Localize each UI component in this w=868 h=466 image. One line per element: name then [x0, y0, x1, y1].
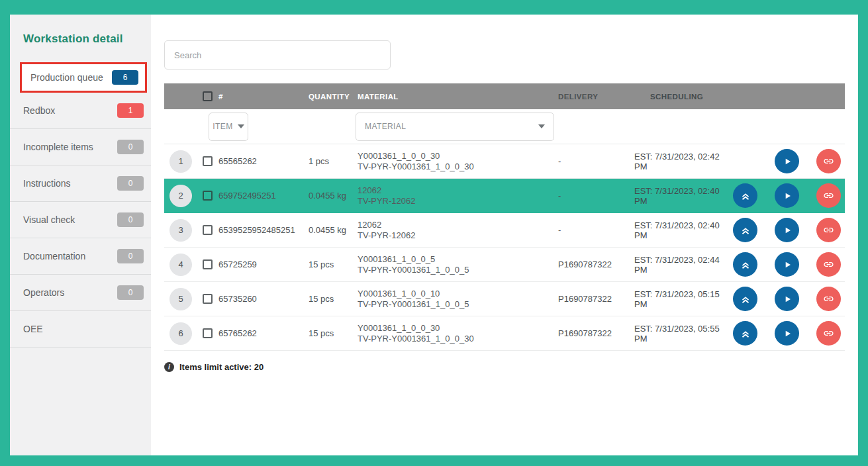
sidebar-item-oee[interactable]: OEE — [10, 311, 151, 348]
double-chevron-up-icon — [740, 224, 751, 236]
info-icon: i — [164, 362, 174, 372]
link-button[interactable] — [816, 218, 841, 242]
material-name: TV-PYR-Y0001361_1_0_0_5 — [358, 299, 555, 310]
row-number: 3 — [169, 219, 192, 242]
scheduling: EST: 7/31/2023, 02:44 PM — [632, 255, 733, 275]
delivery: - — [555, 225, 632, 235]
material-code: 12062 — [358, 220, 555, 230]
link-button[interactable] — [816, 287, 841, 311]
row-number: 4 — [169, 254, 192, 276]
annotation-highlight: Production queue 6 — [20, 62, 147, 93]
material: Y0001361_1_0_0_30 TV-PYR-Y0001361_1_0_0_… — [355, 323, 555, 344]
sidebar-item-label: Production queue — [30, 72, 103, 83]
start-button[interactable] — [775, 149, 799, 173]
link-icon — [823, 293, 834, 304]
count-badge: 0 — [117, 176, 144, 191]
sidebar: Workstation detail Production queue 6 Re… — [10, 15, 151, 455]
double-chevron-up-icon — [740, 293, 751, 305]
material: 12062 TV-PYR-12062 — [355, 185, 555, 207]
sidebar-item-operators[interactable]: Operators 0 — [10, 275, 151, 311]
sidebar-item-documentation[interactable]: Documentation 0 — [10, 238, 151, 275]
play-icon — [782, 191, 793, 201]
sidebar-item-label: Redbox — [23, 105, 55, 116]
material-filter-dropdown[interactable]: MATERIAL — [356, 113, 554, 141]
quantity: 0.0455 kg — [306, 225, 355, 235]
row-checkbox[interactable] — [203, 259, 213, 269]
sidebar-item-instructions[interactable]: Instructions 0 — [10, 165, 151, 202]
link-icon — [823, 259, 834, 270]
link-button[interactable] — [816, 183, 841, 208]
material: Y0001361_1_0_0_10 TV-PYR-Y0001361_1_0_0_… — [355, 289, 555, 310]
page-title: Workstation detail — [23, 32, 151, 46]
row-checkbox[interactable] — [203, 225, 213, 235]
table-row: 1 65565262 1 pcs Y0001361_1_0_0_30 TV-PY… — [164, 144, 845, 179]
count-badge: 0 — [117, 140, 144, 154]
material-name: TV-PYR-Y0001361_1_0_0_5 — [358, 265, 555, 275]
link-button[interactable] — [816, 149, 841, 173]
row-number: 2 — [169, 185, 192, 207]
material: 12062 TV-PYR-12062 — [355, 220, 555, 241]
table-row: 4 65725259 15 pcs Y0001361_1_0_0_5 TV-PY… — [164, 248, 845, 282]
link-icon — [823, 156, 834, 167]
row-checkbox[interactable] — [203, 328, 213, 338]
item-number: 65735260 — [216, 294, 306, 304]
scheduling: EST: 7/31/2023, 05:15 PM — [632, 289, 733, 309]
link-icon — [823, 328, 834, 339]
link-icon — [823, 224, 834, 236]
sidebar-item-visual-check[interactable]: Visual check 0 — [10, 202, 151, 238]
start-button[interactable] — [775, 252, 799, 277]
material-name: TV-PYR-Y0001361_1_0_0_30 — [358, 162, 555, 172]
move-to-top-button[interactable] — [733, 287, 757, 311]
double-chevron-up-icon — [740, 328, 751, 340]
move-to-top-button[interactable] — [733, 252, 757, 277]
link-button[interactable] — [816, 321, 841, 346]
sidebar-item-label: Visual check — [23, 214, 75, 225]
item-number: 659752495251 — [216, 191, 306, 201]
table-header-row: # QUANTITY MATERIAL DELIVERY SCHEDULING — [164, 83, 845, 109]
item-number: 65565262 — [216, 156, 306, 166]
column-header-quantity: QUANTITY — [306, 93, 355, 101]
material-code: Y0001361_1_0_0_10 — [358, 289, 555, 299]
row-checkbox[interactable] — [203, 191, 213, 201]
row-checkbox[interactable] — [203, 156, 213, 166]
sidebar-item-incomplete-items[interactable]: Incomplete items 0 — [10, 129, 151, 165]
move-to-top-button[interactable] — [733, 218, 757, 242]
start-button[interactable] — [775, 183, 799, 208]
column-header-item: # — [216, 93, 306, 101]
material-code: Y0001361_1_0_0_30 — [358, 323, 555, 334]
scheduling: EST: 7/31/2023, 02:42 PM — [632, 152, 733, 171]
item-filter-dropdown[interactable]: ITEM — [209, 113, 248, 141]
delivery: P1690787322 — [555, 294, 632, 304]
delivery: P1690787322 — [555, 328, 632, 338]
delivery: P1690787322 — [555, 259, 632, 269]
start-button[interactable] — [775, 287, 799, 311]
play-icon — [782, 156, 793, 167]
chevron-down-icon — [538, 124, 545, 128]
table-filter-row: ITEM MATERIAL — [164, 109, 845, 144]
move-to-top-button[interactable] — [733, 183, 757, 208]
select-all-checkbox[interactable] — [203, 91, 213, 101]
sidebar-item-label: Documentation — [23, 251, 85, 261]
move-to-top-button[interactable] — [733, 321, 757, 346]
delivery: - — [555, 191, 632, 201]
double-chevron-up-icon — [740, 190, 751, 202]
sidebar-item-redbox[interactable]: Redbox 1 — [10, 93, 151, 129]
search-input[interactable] — [164, 40, 391, 70]
sidebar-item-production-queue[interactable]: Production queue 6 — [22, 64, 145, 91]
start-button[interactable] — [775, 321, 799, 346]
main-content: # QUANTITY MATERIAL DELIVERY SCHEDULING … — [151, 15, 858, 455]
sidebar-item-label: Incomplete items — [23, 142, 93, 152]
column-header-scheduling: SCHEDULING — [632, 93, 733, 101]
scheduling: EST: 7/31/2023, 02:40 PM — [632, 186, 733, 206]
link-button[interactable] — [816, 252, 841, 277]
row-number: 6 — [169, 322, 192, 345]
play-icon — [782, 259, 793, 270]
material-code: Y0001361_1_0_0_5 — [358, 254, 555, 265]
row-checkbox[interactable] — [203, 294, 213, 304]
start-button[interactable] — [775, 218, 799, 242]
scheduling: EST: 7/31/2023, 05:55 PM — [632, 324, 733, 344]
item-number: 65725259 — [216, 259, 306, 269]
column-header-material: MATERIAL — [355, 93, 555, 101]
production-queue-table: # QUANTITY MATERIAL DELIVERY SCHEDULING … — [164, 83, 845, 351]
quantity: 15 pcs — [306, 328, 355, 338]
